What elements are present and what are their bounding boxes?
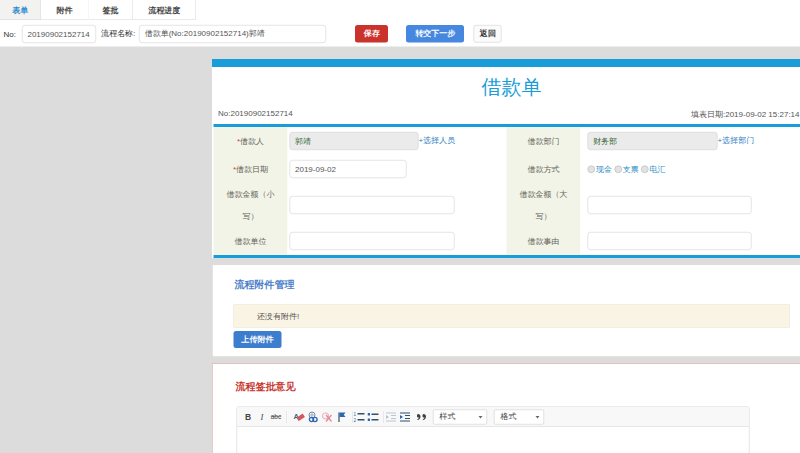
svg-text:2: 2	[354, 417, 357, 422]
svg-text:1: 1	[354, 411, 357, 416]
